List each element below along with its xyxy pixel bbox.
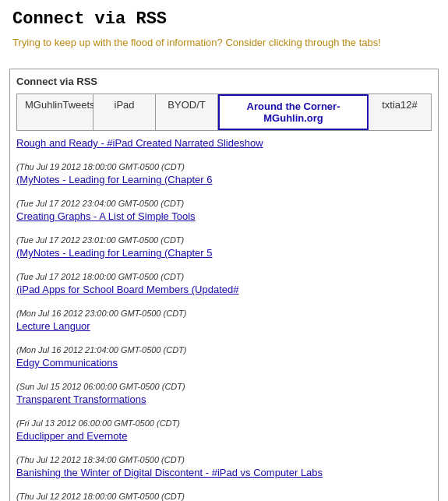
tab-2[interactable]: BYOD/T bbox=[156, 94, 218, 130]
feed-date-2: (Tue Jul 17 2012 23:01:00 GMT-0500 (CDT) bbox=[16, 235, 184, 245]
feed-link-1[interactable]: (MyNotes - Leading for Learning (Chapter… bbox=[16, 174, 432, 185]
feed-link-9[interactable]: Banishing the Winter of Digital Disconte… bbox=[16, 467, 432, 478]
feed-link-2[interactable]: Creating Graphs - A List of Simple Tools bbox=[16, 210, 432, 222]
feed-item-3: (MyNotes - Leading for Learning (Chapter… bbox=[16, 247, 432, 282]
rss-box-title: Connect via RSS bbox=[16, 76, 432, 87]
page-subtitle: Trying to keep up with the flood of info… bbox=[12, 37, 436, 48]
feed-item-9: Banishing the Winter of Digital Disconte… bbox=[16, 467, 432, 501]
feed-item-7: Transparent Transformations(Fri Jul 13 2… bbox=[16, 393, 432, 429]
page-header: Connect via RSS Trying to keep up with t… bbox=[0, 0, 448, 62]
feed-link-0[interactable]: Rough and Ready - #iPad Created Narrated… bbox=[16, 137, 432, 149]
feed-date-6: (Sun Jul 15 2012 06:00:00 GMT-0500 (CDT) bbox=[16, 382, 185, 391]
feed-link-4[interactable]: (iPad Apps for School Board Members (Upd… bbox=[16, 284, 432, 295]
feed-item-0: Rough and Ready - #iPad Created Narrated… bbox=[16, 137, 432, 172]
tabs-container: MGuhlinTweetsiPadBYOD/TAround the Corner… bbox=[16, 93, 432, 131]
tab-4[interactable]: txtia12# bbox=[369, 94, 431, 130]
feed-link-3[interactable]: (MyNotes - Leading for Learning (Chapter… bbox=[16, 247, 432, 259]
feed-item-1: (MyNotes - Leading for Learning (Chapter… bbox=[16, 174, 432, 209]
feed-link-6[interactable]: Edgy Communications bbox=[16, 357, 432, 369]
feed-link-7[interactable]: Transparent Transformations bbox=[16, 393, 432, 405]
feed-item-8: Educlipper and Evernote(Thu Jul 12 2012 … bbox=[16, 430, 432, 465]
feed-date-0: (Thu Jul 19 2012 18:00:00 GMT-0500 (CDT) bbox=[16, 162, 185, 171]
feed-item-6: Edgy Communications(Sun Jul 15 2012 06:0… bbox=[16, 357, 432, 392]
feed-date-8: (Thu Jul 12 2012 18:34:00 GMT-0500 (CDT) bbox=[16, 455, 185, 464]
page-title: Connect via RSS bbox=[12, 9, 436, 29]
feed-list: Rough and Ready - #iPad Created Narrated… bbox=[16, 137, 432, 501]
feed-date-9: (Thu Jul 12 2012 18:00:00 GMT-0500 (CDT) bbox=[16, 492, 185, 501]
feed-item-4: (iPad Apps for School Board Members (Upd… bbox=[16, 284, 432, 319]
feed-link-8[interactable]: Educlipper and Evernote bbox=[16, 430, 432, 442]
feed-date-3: (Tue Jul 17 2012 18:00:00 GMT-0500 (CDT) bbox=[16, 272, 184, 281]
rss-box: Connect via RSS MGuhlinTweetsiPadBYOD/TA… bbox=[9, 69, 439, 501]
feed-date-4: (Mon Jul 16 2012 23:00:00 GMT-0500 (CDT) bbox=[16, 309, 186, 318]
feed-item-2: Creating Graphs - A List of Simple Tools… bbox=[16, 210, 432, 245]
tab-3[interactable]: Around the Corner-MGuhlin.org bbox=[218, 94, 369, 130]
feed-date-5: (Mon Jul 16 2012 21:04:00 GMT-0500 (CDT) bbox=[16, 345, 186, 355]
feed-date-1: (Tue Jul 17 2012 23:04:00 GMT-0500 (CDT) bbox=[16, 199, 184, 208]
feed-item-5: Lecture Languor(Mon Jul 16 2012 21:04:00… bbox=[16, 320, 432, 355]
tab-0[interactable]: MGuhlinTweets bbox=[17, 94, 93, 130]
feed-link-5[interactable]: Lecture Languor bbox=[16, 320, 432, 332]
tab-1[interactable]: iPad bbox=[93, 94, 156, 130]
feed-date-7: (Fri Jul 13 2012 06:00:00 GMT-0500 (CDT) bbox=[16, 418, 180, 428]
